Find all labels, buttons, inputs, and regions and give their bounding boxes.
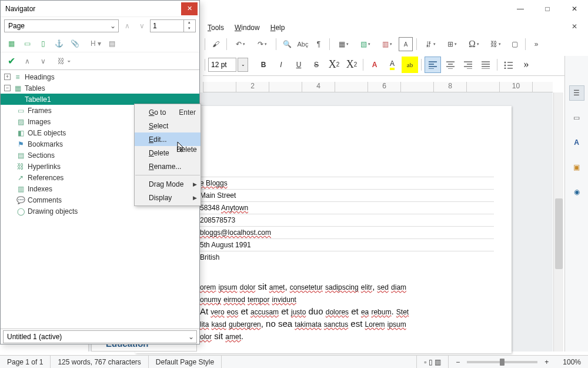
nav-dragmode-button[interactable]: ⛓ ▾: [57, 54, 71, 68]
doc-email: bloggs@localhost.com: [200, 228, 271, 237]
sidebar-gallery-icon[interactable]: ▣: [569, 160, 584, 175]
image-button[interactable]: ▧: [355, 37, 375, 51]
nav-next-icon[interactable]: ∨: [135, 19, 148, 32]
ctx-rename[interactable]: Rename...: [135, 160, 201, 173]
formatting-marks-button[interactable]: ¶: [312, 37, 326, 51]
align-justify-button[interactable]: [477, 57, 494, 73]
align-right-button[interactable]: [460, 57, 476, 73]
strikethrough-button[interactable]: S: [308, 57, 325, 73]
align-left-button[interactable]: [425, 57, 441, 73]
svg-point-2: [505, 67, 506, 69]
sidebar-navigator-icon[interactable]: ◉: [569, 184, 584, 200]
sidebar: ☰ ▭ A ▣ ◉: [564, 56, 588, 352]
textbox-button[interactable]: A: [399, 37, 413, 51]
nav-prev-icon[interactable]: ∧: [121, 19, 133, 32]
doc-street: Main Street: [200, 191, 236, 200]
ctx-display[interactable]: Display▶: [135, 191, 201, 204]
nav-reminder-icon[interactable]: 📎: [68, 37, 82, 51]
nav-content-view-icon[interactable]: ▦: [4, 37, 18, 51]
doc-profile: orem ipsum dolor sit amet, consetetur sa…: [200, 281, 494, 343]
svg-point-1: [505, 64, 506, 66]
menubar: Tools Window Help: [203, 21, 289, 35]
status-wordcount[interactable]: 125 words, 767 characters: [51, 356, 148, 368]
navigator-close-button[interactable]: ✕: [181, 2, 198, 15]
nav-listbox-button[interactable]: ▤: [105, 37, 119, 51]
status-zoom[interactable]: −+: [449, 356, 556, 368]
char-highlight-button[interactable]: ab: [402, 57, 418, 73]
paintbrush-icon[interactable]: 🖌: [209, 37, 223, 51]
find-button[interactable]: 🔍: [280, 37, 294, 51]
bullets-button[interactable]: [500, 57, 517, 73]
tree-headings[interactable]: +≡Headings: [1, 71, 199, 82]
status-page-style[interactable]: Default Page Style: [149, 356, 222, 368]
italic-button[interactable]: I: [273, 57, 289, 73]
font-size-dropdown[interactable]: ⌄: [238, 58, 248, 72]
redo-button[interactable]: ↷: [252, 37, 272, 51]
context-menu: Go toEnter Select Edit... Delete Rename.…: [134, 104, 201, 206]
navigator-navigate-by-combo[interactable]: Page: [4, 19, 119, 32]
more-formatting-icon[interactable]: »: [518, 57, 534, 73]
sidebar-page-icon[interactable]: ▭: [569, 110, 584, 125]
subscript-button[interactable]: X2: [343, 57, 360, 73]
doc-name: e Bloggs: [200, 179, 228, 187]
status-bar: Page 1 of 1 125 words, 767 characters De…: [0, 355, 588, 368]
status-viewmode[interactable]: ▫ ▯ ▥: [417, 356, 449, 368]
chart-button[interactable]: ▥: [377, 37, 397, 51]
font-color-button[interactable]: A: [366, 57, 383, 73]
status-page[interactable]: Page 1 of 1: [0, 356, 51, 368]
nav-promote-chapter-icon: ∧: [20, 54, 34, 68]
field-button[interactable]: ⊞: [442, 37, 462, 51]
sidebar-properties-icon[interactable]: ☰: [569, 85, 584, 101]
tree-drawing-objects[interactable]: ◯Drawing objects: [1, 205, 199, 217]
nav-heading-levels-button[interactable]: H ▾: [89, 37, 103, 51]
navigator-titlebar[interactable]: Navigator ✕: [1, 1, 199, 17]
navigator-title: Navigator: [5, 5, 35, 13]
navigator-page-spinner[interactable]: ▴▾: [150, 19, 196, 32]
underline-button[interactable]: U: [290, 57, 307, 73]
nav-toggle-button[interactable]: ✔: [4, 54, 18, 68]
nav-demote-chapter-icon: ∨: [36, 54, 50, 68]
spellcheck-button[interactable]: Abç: [296, 37, 310, 51]
window-maximize-button[interactable]: □: [534, 0, 561, 18]
table-button[interactable]: ▦: [333, 37, 353, 51]
highlight-color-button[interactable]: A: [384, 57, 400, 73]
svg-point-0: [505, 61, 506, 63]
doc-phone: 208578573: [200, 216, 235, 224]
undo-button[interactable]: ↶: [230, 37, 250, 51]
ctx-drag-mode[interactable]: Drag Mode▶: [135, 177, 201, 191]
ctx-goto[interactable]: Go toEnter: [135, 105, 201, 119]
doc-dob: 5th August 1991: [200, 241, 251, 249]
nav-header-icon[interactable]: ▭: [20, 37, 34, 51]
more-icon[interactable]: »: [529, 37, 543, 51]
doc-city: 58348 Anytown: [200, 204, 248, 212]
window-minimize-button[interactable]: —: [507, 0, 534, 18]
menu-tools[interactable]: Tools: [203, 22, 229, 34]
window-close-button[interactable]: ✕: [561, 0, 588, 18]
align-center-button[interactable]: [442, 57, 459, 73]
superscript-button[interactable]: X2: [326, 57, 342, 73]
footnote-button[interactable]: ▢: [507, 37, 522, 51]
special-char-button[interactable]: Ω: [464, 37, 484, 51]
menu-help[interactable]: Help: [266, 22, 290, 34]
ctx-delete-accelerator: Delete: [176, 145, 197, 154]
hyperlink-button[interactable]: ⛓: [486, 37, 506, 51]
vertical-scrollbar[interactable]: [553, 92, 563, 352]
doc-nationality: British: [200, 253, 219, 261]
ctx-edit[interactable]: Edit...: [135, 132, 201, 146]
page-break-button[interactable]: ⭿: [420, 37, 440, 51]
sidebar-styles-icon[interactable]: A: [569, 135, 584, 150]
ctx-select[interactable]: Select: [135, 119, 201, 132]
bold-button[interactable]: B: [255, 57, 272, 73]
document-close-icon[interactable]: ✕: [572, 22, 581, 32]
horizontal-ruler[interactable]: 24681012141618: [203, 82, 553, 92]
navigator-page-input[interactable]: [151, 22, 183, 30]
formatting-toolbar: 12 pt ⌄ B I U S X2 X2 A A ab »: [203, 56, 567, 76]
nav-footer-icon[interactable]: ▯: [36, 37, 50, 51]
navigator-document-combo[interactable]: Untitled 1 (active): [3, 330, 197, 343]
nav-anchor-icon[interactable]: ⚓: [52, 37, 66, 51]
status-zoom-value[interactable]: 100%: [556, 356, 588, 368]
menu-window[interactable]: Window: [230, 22, 265, 34]
tree-tables[interactable]: −▦Tables: [1, 82, 199, 94]
standard-toolbar: 🖌 ↶ ↷ 🔍 Abç ¶ ▦ ▧ ▥ A ⭿ ⊞ Ω ⛓ ▢ »: [203, 35, 581, 53]
font-size-field[interactable]: 12 pt: [208, 58, 236, 72]
